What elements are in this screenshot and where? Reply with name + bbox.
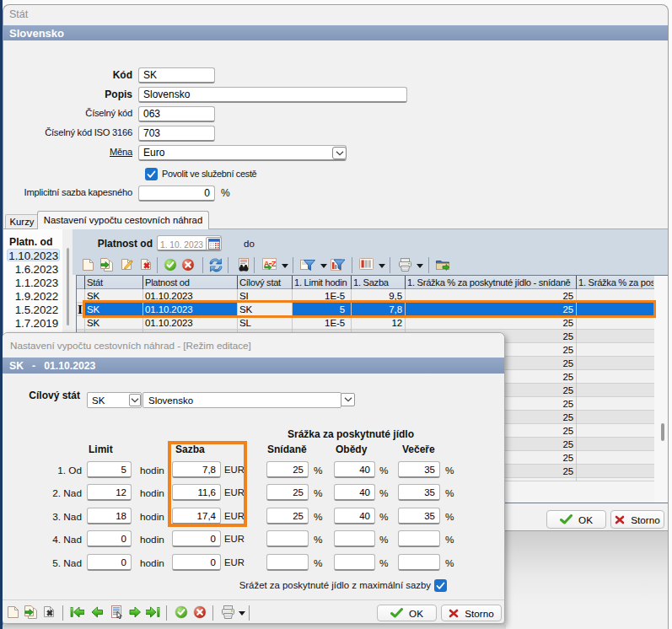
svg-text:Z: Z: [271, 260, 277, 268]
